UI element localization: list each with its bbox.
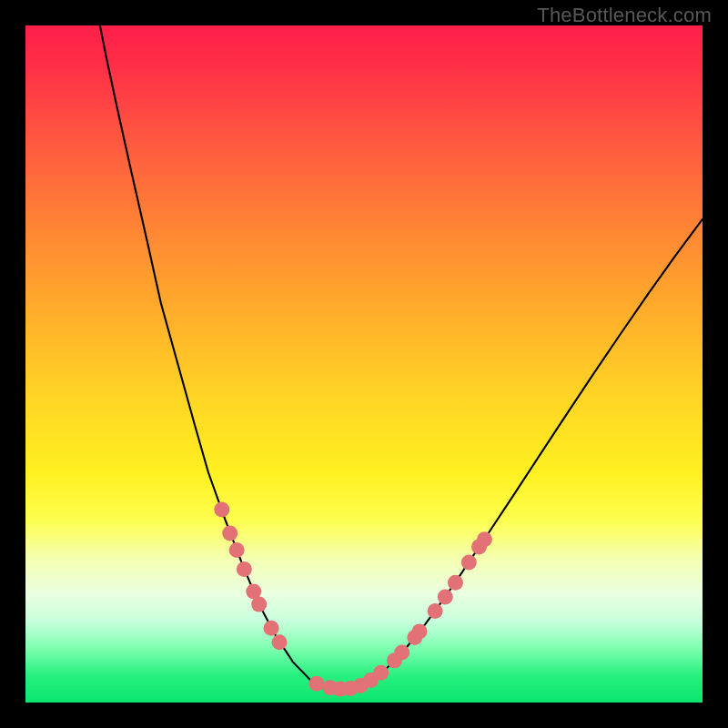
data-point — [264, 621, 279, 636]
data-point — [394, 644, 410, 660]
bottleneck-curve — [100, 25, 703, 689]
watermark-text: TheBottleneck.com — [537, 4, 712, 27]
data-point — [237, 561, 252, 577]
chart-svg — [25, 25, 703, 703]
data-point — [412, 623, 428, 639]
plot-area — [25, 25, 703, 703]
data-points — [214, 501, 492, 696]
data-point — [461, 554, 477, 570]
data-point — [438, 589, 453, 604]
data-point — [428, 603, 443, 619]
data-point — [214, 501, 229, 517]
data-point — [222, 526, 238, 541]
data-point — [308, 676, 324, 692]
data-point — [373, 665, 389, 681]
chart-frame: TheBottleneck.com — [0, 0, 728, 728]
data-point — [448, 575, 463, 591]
data-point — [272, 634, 288, 650]
data-point — [477, 531, 492, 547]
data-point — [251, 597, 267, 612]
data-point — [229, 542, 245, 558]
